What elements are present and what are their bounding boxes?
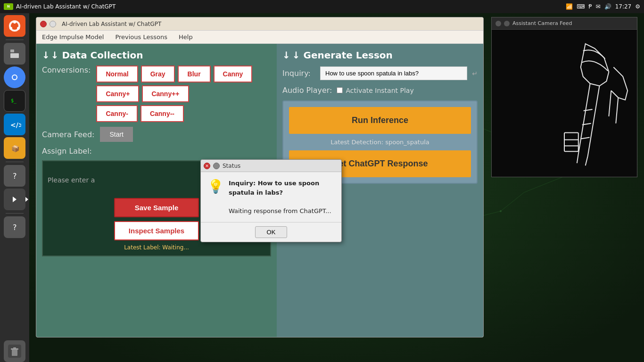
- inquiry-row: Inquiry: ↵: [282, 66, 478, 80]
- menu-edge-impulse[interactable]: Edge Impulse Model: [40, 33, 106, 41]
- app-title-taskbar: AI-driven Lab Assistant w/ ChatGPT: [16, 3, 116, 10]
- gray-btn[interactable]: Gray: [141, 66, 175, 82]
- run-inference-button[interactable]: Run Inference: [289, 107, 471, 134]
- dialog-footer: OK: [201, 222, 341, 242]
- svg-rect-24: [13, 347, 16, 349]
- power-icon: ⚙: [635, 3, 640, 10]
- svg-rect-5: [10, 49, 14, 52]
- help2-icon[interactable]: ?: [4, 216, 25, 238]
- normal-btn[interactable]: Normal: [96, 66, 138, 82]
- assign-placeholder-text: Please enter a: [48, 176, 227, 184]
- start-button[interactable]: Start: [100, 127, 133, 142]
- camera-feed-section: Camera Feed: Start: [42, 127, 271, 142]
- taskbar-right: 📶 ⌨ Ᵽ ✉ 🔊 17:27 ⚙: [566, 3, 640, 10]
- dialog-ok-button[interactable]: OK: [255, 226, 288, 238]
- camera-feed-label: Camera Feed:: [42, 130, 94, 139]
- main-background: AI-driven Lab Assistant w/ ChatGPT Edge …: [29, 13, 644, 362]
- svg-text:📦: 📦: [11, 145, 20, 153]
- inquiry-input[interactable]: [320, 66, 467, 80]
- sidebar-arrow-icon: [25, 197, 28, 202]
- instant-play-check[interactable]: [337, 87, 343, 93]
- window-titlebar: AI-driven Lab Assistant w/ ChatGPT: [36, 17, 483, 31]
- ubuntu-launcher-icon[interactable]: [4, 15, 25, 37]
- svg-text:$_: $_: [11, 98, 17, 104]
- canny-minusminus-btn[interactable]: Canny--: [140, 105, 184, 122]
- data-collection-title: ↓ ↓ Data Collection: [42, 49, 271, 61]
- activate-instant-play-checkbox[interactable]: Activate Instant Play: [337, 87, 413, 94]
- canny-minus-btn[interactable]: Canny-: [96, 105, 137, 122]
- taskbar: N AI-driven Lab Assistant w/ ChatGPT 📶 ⌨…: [0, 0, 644, 13]
- latest-label-text: Latest Label: Waiting...: [124, 244, 189, 251]
- window-title: AI-driven Lab Assistant w/ ChatGPT: [62, 21, 161, 27]
- canny-btn[interactable]: Canny: [214, 66, 253, 82]
- svg-point-2: [13, 21, 16, 24]
- assign-label-section: Assign Label:: [42, 147, 271, 156]
- menubar: Edge Impulse Model Previous Lessons Help: [36, 31, 483, 44]
- generate-lesson-title: ↓ ↓ Generate Lesson: [282, 49, 478, 61]
- sidebar-divider-1: [6, 40, 24, 40]
- latest-detection-label: Latest Detection: spoon_spatula: [289, 139, 471, 146]
- chrome-icon[interactable]: [4, 66, 25, 88]
- menu-help[interactable]: Help: [177, 33, 195, 41]
- conv-row-2: Canny+ Canny++: [96, 85, 252, 102]
- svg-point-4: [9, 27, 12, 30]
- dialog-content: 💡 Inquiry: How to use spoon spatula in l…: [201, 172, 341, 222]
- camera-titlebar: Assistant Camera Feed: [492, 17, 637, 30]
- svg-point-55: [500, 210, 502, 212]
- files-icon[interactable]: [4, 43, 25, 65]
- svg-text:?: ?: [13, 223, 17, 232]
- dialog-inquiry-text: Inquiry: How to use spoon spatula in lab…: [229, 180, 319, 196]
- generate-lesson-arrow: ↓: [282, 49, 290, 61]
- camera-feed-window: Assistant Camera Feed: [491, 17, 637, 177]
- camera-close-btn[interactable]: [495, 21, 501, 26]
- sidebar-divider-2: [6, 162, 24, 162]
- software-center-icon[interactable]: 📦: [4, 137, 25, 159]
- wifi-icon: 📶: [566, 3, 573, 10]
- svg-rect-65: [492, 30, 637, 177]
- dialog-close-btn[interactable]: ✕: [204, 163, 210, 169]
- conv-row-3: Canny- Canny--: [96, 105, 252, 122]
- sidebar-collapse-icon[interactable]: [4, 189, 25, 210]
- terminal-icon[interactable]: $_: [4, 90, 25, 112]
- svg-point-3: [17, 27, 20, 30]
- bluetooth-icon: Ᵽ: [588, 3, 592, 10]
- save-sample-button[interactable]: Save Sample: [114, 198, 199, 217]
- camera-image-area: [492, 30, 637, 177]
- window-close-btn[interactable]: [40, 21, 47, 27]
- camera-min-btn[interactable]: [504, 21, 510, 26]
- dialog-min-btn[interactable]: [213, 163, 220, 169]
- svg-marker-18: [13, 197, 17, 202]
- nvidia-icon: N: [4, 3, 13, 10]
- svg-rect-6: [10, 53, 19, 58]
- instant-play-label: Activate Instant Play: [346, 87, 413, 94]
- conversions-label: Conversions:: [42, 66, 91, 74]
- svg-line-44: [524, 183, 548, 192]
- dialog-title-text: Status: [223, 163, 240, 169]
- audio-player-row: Audio Player: Activate Instant Play: [282, 86, 478, 95]
- svg-line-43: [501, 192, 524, 211]
- help1-icon[interactable]: ?: [4, 165, 25, 187]
- blur-btn[interactable]: Blur: [178, 66, 211, 82]
- svg-point-9: [13, 75, 17, 79]
- keyboard-icon: ⌨: [577, 3, 585, 10]
- conversion-buttons-group: Normal Gray Blur Canny Canny+ Canny++ Ca…: [96, 66, 252, 122]
- camera-title-text: Assistant Camera Feed: [512, 20, 572, 26]
- inquiry-label: Inquiry:: [282, 69, 315, 78]
- inspect-samples-button[interactable]: Inspect Samples: [114, 221, 199, 240]
- canny-plus-btn[interactable]: Canny+: [96, 85, 139, 102]
- svg-text:</>: </>: [10, 121, 21, 129]
- window-min-btn[interactable]: [50, 21, 56, 27]
- trash-icon[interactable]: [4, 340, 25, 362]
- dialog-lightbulb-icon: 💡: [207, 179, 224, 215]
- conversions-section: Conversions: Normal Gray Blur Canny Cann…: [42, 66, 271, 122]
- dialog-text-area: Inquiry: How to use spoon spatula in lab…: [229, 179, 335, 215]
- assign-label-label: Assign Label:: [42, 147, 92, 156]
- canny-plusplus-btn[interactable]: Canny++: [142, 85, 189, 102]
- vscode-icon[interactable]: </>: [4, 114, 25, 135]
- taskbar-left: N AI-driven Lab Assistant w/ ChatGPT: [4, 3, 116, 10]
- menu-previous-lessons[interactable]: Previous Lessons: [113, 33, 169, 41]
- status-dialog: ✕ Status 💡 Inquiry: How to use spoon spa…: [200, 159, 342, 242]
- clock: 17:27: [615, 3, 632, 10]
- mail-icon: ✉: [596, 3, 601, 10]
- dialog-waiting-text: Waiting response from ChatGPT...: [229, 207, 331, 214]
